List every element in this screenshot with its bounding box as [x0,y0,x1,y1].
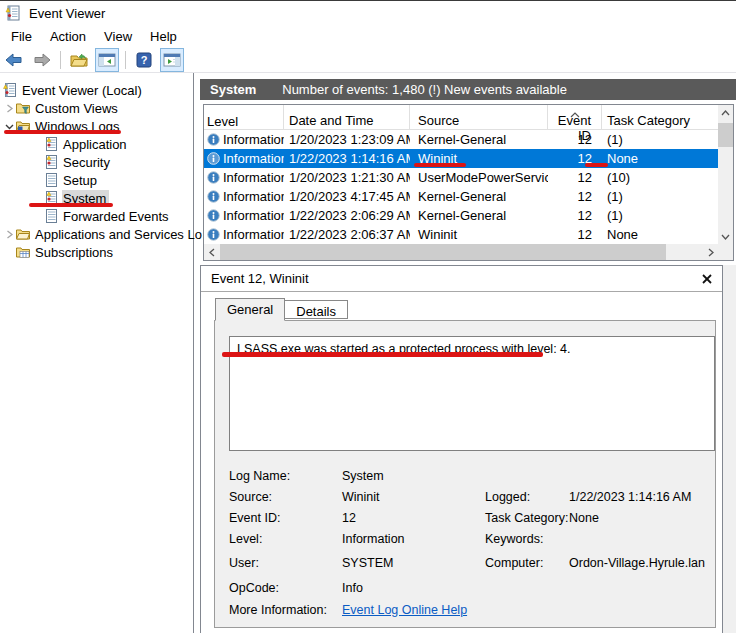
scrollbar-corner [718,244,733,260]
log-name-title: System [210,82,256,97]
help-button[interactable]: ? [132,48,156,72]
folder-icon [16,227,30,241]
tree-item-forwarded-events[interactable]: Forwarded Events [0,207,193,225]
scroll-up-icon[interactable] [718,105,733,120]
chevron-collapsed-icon[interactable] [3,228,16,240]
event-list: Level Date and Time Source Event ID Task… [203,104,734,261]
menu-bar: File Action View Help [0,25,736,47]
log-summary: Number of events: 1,480 (!) New events a… [282,82,567,97]
column-header-event-id[interactable]: Event ID [548,105,602,129]
annotation-underline-wininit [414,163,466,167]
user-label: User: [229,556,342,570]
event-id-value: 12 [342,511,485,525]
table-row[interactable]: Information 1/20/2023 1:23:09 AM Kernel-… [204,130,718,149]
horizontal-scrollbar[interactable] [204,244,718,260]
column-header-level[interactable]: Level [204,105,284,129]
information-icon [207,171,220,184]
log-plain-icon [44,173,58,187]
information-icon [207,190,220,203]
tree-item-label: Setup [63,173,97,188]
event-preview-header: Event 12, Wininit [201,266,722,292]
tree-item-subscriptions[interactable]: Subscriptions [0,243,193,261]
event-id-label: Event ID: [229,511,342,525]
tree-item-label: Forwarded Events [63,209,169,224]
event-viewer-icon [3,83,17,97]
svg-text:?: ? [141,54,148,66]
tab-general[interactable]: General [215,298,285,321]
column-header-source[interactable]: Source [410,105,548,129]
tree-item-security[interactable]: Security [0,153,193,171]
log-header-bar: System Number of events: 1,480 (!) New e… [200,79,736,100]
table-row[interactable]: Information 1/20/2023 4:17:45 AM Kernel-… [204,187,718,206]
information-icon [207,152,220,165]
tree-item-label: Custom Views [35,101,118,116]
event-preview-title: Event 12, Wininit [211,271,309,286]
table-row[interactable]: Information 1/22/2023 2:06:37 AM Wininit… [204,225,718,244]
menu-file[interactable]: File [2,27,41,46]
opcode-label: OpCode: [229,581,342,595]
source-label: Source: [229,490,342,504]
tree-item-event-viewer-local[interactable]: Event Viewer (Local) [0,81,193,99]
scroll-right-icon[interactable] [703,244,718,260]
folder-table-icon [16,245,30,259]
action-pane-sliver [723,265,736,633]
tree-item-application[interactable]: Application [0,135,193,153]
level-value: Information [342,532,485,546]
tree-item-setup[interactable]: Setup [0,171,193,189]
computer-value: Ordon-Village.Hyrule.lan [569,556,711,570]
tree-item-label: Security [63,155,110,170]
console-tree-icon [98,53,116,67]
close-icon [702,274,712,284]
log-name-value: System [342,469,485,483]
toolbar-separator [125,51,126,69]
tree-item-custom-views[interactable]: Custom Views [0,99,193,117]
logged-label: Logged: [485,490,569,504]
export-button[interactable] [67,48,91,72]
vertical-scroll-thumb[interactable] [718,123,733,147]
table-row[interactable]: Information 1/20/2023 1:21:30 AM UserMod… [204,168,718,187]
scroll-down-icon[interactable] [718,229,733,244]
event-details-grid: Log Name: System Source: Wininit Logged:… [229,465,711,620]
column-header-task-category[interactable]: Task Category [602,105,718,129]
annotation-underline-message [222,352,543,357]
export-folder-icon [70,52,88,68]
vertical-scrollbar[interactable] [718,105,733,244]
tab-details[interactable]: Details [285,300,348,319]
event-log-online-help-link[interactable]: Event Log Online Help [342,603,467,617]
menu-view[interactable]: View [95,27,141,46]
table-row[interactable]: Information 1/22/2023 2:06:29 AM Kernel-… [204,206,718,225]
column-header-date-and-time[interactable]: Date and Time [284,105,410,129]
level-label: Level: [229,532,342,546]
annotation-underline-windows-logs [4,130,121,134]
user-value: SYSTEM [342,556,485,570]
tree-item-label: Applications and Services Lo [35,227,202,242]
information-icon [207,209,220,222]
tree-item-applications-and-services[interactable]: Applications and Services Lo [0,225,193,243]
show-action-pane-button[interactable] [160,48,184,72]
tree-item-label: Event Viewer (Local) [22,83,142,98]
folder-filter-icon [16,101,30,115]
event-viewer-app-icon [5,5,21,21]
scroll-left-icon[interactable] [204,244,219,260]
show-console-tree-button[interactable] [95,48,119,72]
help-icon: ? [136,52,152,68]
sort-ascending-icon [570,106,580,121]
toolbar-separator [60,51,61,69]
logged-value: 1/22/2023 1:14:16 AM [569,490,711,504]
window-title: Event Viewer [29,6,105,21]
tree-item-label: Subscriptions [35,245,113,260]
close-button[interactable] [700,272,714,286]
menu-help[interactable]: Help [141,27,186,46]
information-icon [207,133,220,146]
horizontal-scroll-thumb[interactable] [220,244,666,260]
chevron-collapsed-icon[interactable] [3,102,16,114]
back-button[interactable] [2,48,26,72]
annotation-underline-event-id [585,163,608,167]
action-pane-icon [163,53,181,67]
forward-button[interactable] [30,48,54,72]
task-category-value: None [569,511,711,525]
back-arrow-icon [5,53,23,67]
tree-item-label: Application [63,137,127,152]
annotation-underline-system [29,203,113,207]
menu-action[interactable]: Action [41,27,95,46]
